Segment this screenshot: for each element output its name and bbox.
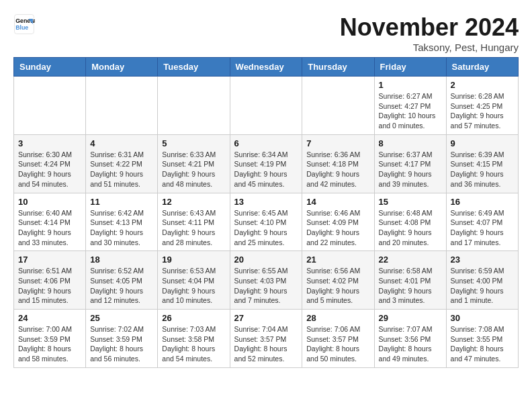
column-header-friday: Friday	[374, 58, 446, 77]
day-info: Sunrise: 6:37 AM Sunset: 4:17 PM Dayligh…	[379, 150, 442, 189]
day-info: Sunrise: 7:03 AM Sunset: 3:58 PM Dayligh…	[162, 324, 225, 364]
day-number: 2	[451, 80, 514, 90]
day-info: Sunrise: 6:52 AM Sunset: 4:05 PM Dayligh…	[90, 266, 153, 306]
location: Taksony, Pest, Hungary	[340, 42, 519, 53]
calendar-cell	[86, 77, 158, 135]
day-info: Sunrise: 6:51 AM Sunset: 4:06 PM Dayligh…	[18, 266, 81, 306]
day-info: Sunrise: 6:59 AM Sunset: 4:00 PM Dayligh…	[451, 266, 514, 306]
calendar-cell: 5Sunrise: 6:33 AM Sunset: 4:21 PM Daylig…	[158, 134, 230, 193]
day-info: Sunrise: 6:30 AM Sunset: 4:24 PM Dayligh…	[18, 150, 81, 189]
calendar-header-row: SundayMondayTuesdayWednesdayThursdayFrid…	[14, 58, 519, 77]
calendar-cell: 4Sunrise: 6:31 AM Sunset: 4:22 PM Daylig…	[86, 134, 158, 193]
calendar-cell: 24Sunrise: 7:00 AM Sunset: 3:59 PM Dayli…	[14, 310, 86, 368]
day-number: 12	[162, 197, 225, 207]
day-info: Sunrise: 7:00 AM Sunset: 3:59 PM Dayligh…	[18, 324, 81, 364]
calendar-cell: 6Sunrise: 6:34 AM Sunset: 4:19 PM Daylig…	[230, 134, 302, 193]
day-number: 14	[306, 197, 369, 207]
day-number: 10	[18, 197, 81, 207]
day-info: Sunrise: 7:06 AM Sunset: 3:57 PM Dayligh…	[306, 324, 369, 364]
day-number: 26	[162, 313, 225, 323]
calendar-cell: 21Sunrise: 6:56 AM Sunset: 4:02 PM Dayli…	[302, 251, 374, 310]
calendar-cell: 15Sunrise: 6:48 AM Sunset: 4:08 PM Dayli…	[374, 193, 446, 251]
title-block: November 2024 Taksony, Pest, Hungary	[340, 13, 519, 53]
day-number: 6	[234, 138, 298, 148]
day-number: 4	[90, 138, 153, 148]
calendar-cell: 25Sunrise: 7:02 AM Sunset: 3:59 PM Dayli…	[86, 310, 158, 368]
page-header: General Blue November 2024 Taksony, Pest…	[13, 13, 519, 53]
column-header-thursday: Thursday	[302, 58, 374, 77]
column-header-tuesday: Tuesday	[158, 58, 230, 77]
day-number: 9	[451, 138, 514, 148]
day-number: 20	[234, 255, 298, 265]
day-info: Sunrise: 6:45 AM Sunset: 4:10 PM Dayligh…	[234, 208, 298, 248]
day-info: Sunrise: 6:46 AM Sunset: 4:09 PM Dayligh…	[306, 208, 369, 248]
day-number: 11	[90, 197, 153, 207]
calendar-cell: 27Sunrise: 7:04 AM Sunset: 3:57 PM Dayli…	[230, 310, 302, 368]
column-header-wednesday: Wednesday	[230, 58, 302, 77]
calendar-week-row: 24Sunrise: 7:00 AM Sunset: 3:59 PM Dayli…	[14, 310, 519, 368]
calendar-cell: 20Sunrise: 6:55 AM Sunset: 4:03 PM Dayli…	[230, 251, 302, 310]
calendar-cell	[302, 77, 374, 135]
calendar-cell: 26Sunrise: 7:03 AM Sunset: 3:58 PM Dayli…	[158, 310, 230, 368]
day-number: 18	[90, 255, 153, 265]
calendar-cell: 30Sunrise: 7:08 AM Sunset: 3:55 PM Dayli…	[446, 310, 518, 368]
column-header-saturday: Saturday	[446, 58, 518, 77]
calendar-cell: 3Sunrise: 6:30 AM Sunset: 4:24 PM Daylig…	[14, 134, 86, 193]
logo: General Blue	[13, 13, 35, 35]
calendar-cell: 22Sunrise: 6:58 AM Sunset: 4:01 PM Dayli…	[374, 251, 446, 310]
day-number: 15	[379, 197, 442, 207]
day-number: 13	[234, 197, 298, 207]
day-number: 19	[162, 255, 225, 265]
day-number: 1	[379, 80, 442, 90]
day-number: 8	[379, 138, 442, 148]
day-info: Sunrise: 6:33 AM Sunset: 4:21 PM Dayligh…	[162, 150, 225, 189]
day-info: Sunrise: 6:40 AM Sunset: 4:14 PM Dayligh…	[18, 208, 81, 248]
day-info: Sunrise: 7:08 AM Sunset: 3:55 PM Dayligh…	[451, 324, 514, 364]
day-info: Sunrise: 7:02 AM Sunset: 3:59 PM Dayligh…	[90, 324, 153, 364]
day-info: Sunrise: 7:04 AM Sunset: 3:57 PM Dayligh…	[234, 324, 298, 364]
day-number: 23	[451, 255, 514, 265]
calendar-cell: 7Sunrise: 6:36 AM Sunset: 4:18 PM Daylig…	[302, 134, 374, 193]
column-header-monday: Monday	[86, 58, 158, 77]
calendar-cell: 13Sunrise: 6:45 AM Sunset: 4:10 PM Dayli…	[230, 193, 302, 251]
calendar-cell: 1Sunrise: 6:27 AM Sunset: 4:27 PM Daylig…	[374, 77, 446, 135]
calendar-cell: 17Sunrise: 6:51 AM Sunset: 4:06 PM Dayli…	[14, 251, 86, 310]
day-info: Sunrise: 7:07 AM Sunset: 3:56 PM Dayligh…	[379, 324, 442, 364]
day-info: Sunrise: 6:56 AM Sunset: 4:02 PM Dayligh…	[306, 266, 369, 306]
calendar-cell: 14Sunrise: 6:46 AM Sunset: 4:09 PM Dayli…	[302, 193, 374, 251]
calendar-cell: 2Sunrise: 6:28 AM Sunset: 4:25 PM Daylig…	[446, 77, 518, 135]
day-number: 16	[451, 197, 514, 207]
calendar-cell: 18Sunrise: 6:52 AM Sunset: 4:05 PM Dayli…	[86, 251, 158, 310]
day-info: Sunrise: 6:42 AM Sunset: 4:13 PM Dayligh…	[90, 208, 153, 248]
calendar-cell: 12Sunrise: 6:43 AM Sunset: 4:11 PM Dayli…	[158, 193, 230, 251]
day-number: 30	[451, 313, 514, 323]
calendar-week-row: 10Sunrise: 6:40 AM Sunset: 4:14 PM Dayli…	[14, 193, 519, 251]
calendar-week-row: 3Sunrise: 6:30 AM Sunset: 4:24 PM Daylig…	[14, 134, 519, 193]
day-number: 17	[18, 255, 81, 265]
day-info: Sunrise: 6:28 AM Sunset: 4:25 PM Dayligh…	[451, 91, 514, 131]
calendar-cell	[158, 77, 230, 135]
calendar-week-row: 1Sunrise: 6:27 AM Sunset: 4:27 PM Daylig…	[14, 77, 519, 135]
day-info: Sunrise: 6:27 AM Sunset: 4:27 PM Dayligh…	[379, 91, 442, 131]
day-number: 3	[18, 138, 81, 148]
column-header-sunday: Sunday	[14, 58, 86, 77]
calendar: SundayMondayTuesdayWednesdayThursdayFrid…	[13, 57, 519, 368]
calendar-cell: 9Sunrise: 6:39 AM Sunset: 4:15 PM Daylig…	[446, 134, 518, 193]
calendar-cell: 8Sunrise: 6:37 AM Sunset: 4:17 PM Daylig…	[374, 134, 446, 193]
calendar-cell: 28Sunrise: 7:06 AM Sunset: 3:57 PM Dayli…	[302, 310, 374, 368]
day-info: Sunrise: 6:49 AM Sunset: 4:07 PM Dayligh…	[451, 208, 514, 248]
day-number: 28	[306, 313, 369, 323]
svg-text:Blue: Blue	[15, 24, 28, 31]
day-number: 24	[18, 313, 81, 323]
day-info: Sunrise: 6:55 AM Sunset: 4:03 PM Dayligh…	[234, 266, 298, 306]
day-info: Sunrise: 6:53 AM Sunset: 4:04 PM Dayligh…	[162, 266, 225, 306]
calendar-cell: 23Sunrise: 6:59 AM Sunset: 4:00 PM Dayli…	[446, 251, 518, 310]
calendar-cell: 29Sunrise: 7:07 AM Sunset: 3:56 PM Dayli…	[374, 310, 446, 368]
day-number: 22	[379, 255, 442, 265]
calendar-week-row: 17Sunrise: 6:51 AM Sunset: 4:06 PM Dayli…	[14, 251, 519, 310]
day-info: Sunrise: 6:48 AM Sunset: 4:08 PM Dayligh…	[379, 208, 442, 248]
logo-icon: General Blue	[13, 13, 35, 35]
day-number: 25	[90, 313, 153, 323]
day-number: 21	[306, 255, 369, 265]
day-info: Sunrise: 6:58 AM Sunset: 4:01 PM Dayligh…	[379, 266, 442, 306]
